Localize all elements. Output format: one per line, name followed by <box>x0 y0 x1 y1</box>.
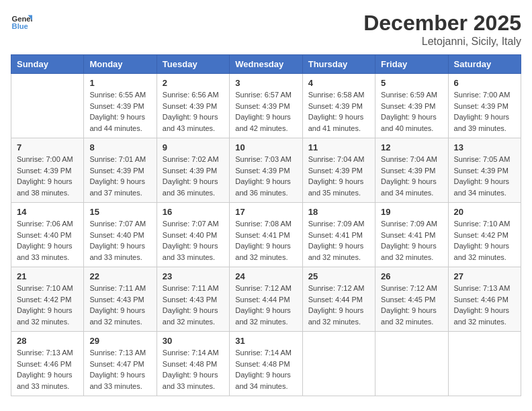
day-number: 2 <box>163 78 224 88</box>
day-info: Sunrise: 6:57 AMSunset: 4:39 PMDaylight:… <box>235 89 296 134</box>
calendar-week-1: 1Sunrise: 6:55 AMSunset: 4:39 PMDaylight… <box>11 74 521 138</box>
calendar-cell: 5Sunrise: 6:59 AMSunset: 4:39 PMDaylight… <box>375 74 448 138</box>
calendar-cell: 20Sunrise: 7:10 AMSunset: 4:42 PMDayligh… <box>448 203 521 267</box>
day-number: 6 <box>454 78 515 88</box>
day-info: Sunrise: 7:11 AMSunset: 4:43 PMDaylight:… <box>89 283 150 327</box>
day-info: Sunrise: 6:59 AMSunset: 4:39 PMDaylight:… <box>381 89 442 134</box>
day-info: Sunrise: 7:07 AMSunset: 4:40 PMDaylight:… <box>89 218 150 263</box>
header-friday: Friday <box>375 55 448 74</box>
calendar-cell: 3Sunrise: 6:57 AMSunset: 4:39 PMDaylight… <box>230 74 302 138</box>
day-info: Sunrise: 7:12 AMSunset: 4:44 PMDaylight:… <box>308 283 369 327</box>
calendar-cell: 30Sunrise: 7:14 AMSunset: 4:48 PMDayligh… <box>157 332 229 396</box>
location: Letojanni, Sicily, Italy <box>363 36 521 48</box>
day-number: 26 <box>381 271 442 281</box>
day-info: Sunrise: 7:10 AMSunset: 4:42 PMDaylight:… <box>454 218 515 263</box>
calendar-cell: 4Sunrise: 6:58 AMSunset: 4:39 PMDaylight… <box>302 74 375 138</box>
calendar-week-3: 14Sunrise: 7:06 AMSunset: 4:40 PMDayligh… <box>11 203 521 267</box>
calendar-table: SundayMondayTuesdayWednesdayThursdayFrid… <box>11 54 521 396</box>
day-info: Sunrise: 7:07 AMSunset: 4:40 PMDaylight:… <box>163 218 224 263</box>
day-info: Sunrise: 7:11 AMSunset: 4:43 PMDaylight:… <box>163 283 224 327</box>
calendar-cell: 22Sunrise: 7:11 AMSunset: 4:43 PMDayligh… <box>84 267 157 332</box>
day-number: 17 <box>235 207 296 217</box>
day-number: 23 <box>163 271 224 281</box>
day-number: 13 <box>454 142 515 152</box>
day-number: 16 <box>163 207 224 217</box>
header-saturday: Saturday <box>448 55 521 74</box>
day-number: 19 <box>381 207 442 217</box>
logo-icon: General Blue <box>11 11 32 32</box>
calendar-cell: 31Sunrise: 7:14 AMSunset: 4:48 PMDayligh… <box>230 332 302 396</box>
day-number: 29 <box>89 336 150 346</box>
svg-text:Blue: Blue <box>12 22 28 30</box>
day-info: Sunrise: 7:13 AMSunset: 4:46 PMDaylight:… <box>454 283 515 327</box>
calendar-cell: 14Sunrise: 7:06 AMSunset: 4:40 PMDayligh… <box>11 203 84 267</box>
calendar-cell: 8Sunrise: 7:01 AMSunset: 4:39 PMDaylight… <box>84 138 157 203</box>
calendar-cell: 16Sunrise: 7:07 AMSunset: 4:40 PMDayligh… <box>157 203 229 267</box>
day-number: 4 <box>308 78 369 88</box>
calendar-cell: 10Sunrise: 7:03 AMSunset: 4:39 PMDayligh… <box>230 138 302 203</box>
day-info: Sunrise: 6:56 AMSunset: 4:39 PMDaylight:… <box>163 89 224 134</box>
day-number: 10 <box>235 142 296 152</box>
day-info: Sunrise: 6:58 AMSunset: 4:39 PMDaylight:… <box>308 89 369 134</box>
day-number: 15 <box>89 207 150 217</box>
month-title: December 2025 <box>363 11 521 36</box>
day-number: 24 <box>235 271 296 281</box>
day-info: Sunrise: 7:13 AMSunset: 4:46 PMDaylight:… <box>17 347 78 392</box>
calendar-cell: 6Sunrise: 7:00 AMSunset: 4:39 PMDaylight… <box>448 74 521 138</box>
day-number: 25 <box>308 271 369 281</box>
calendar-cell: 2Sunrise: 6:56 AMSunset: 4:39 PMDaylight… <box>157 74 229 138</box>
day-info: Sunrise: 7:13 AMSunset: 4:47 PMDaylight:… <box>89 347 150 392</box>
day-info: Sunrise: 7:04 AMSunset: 4:39 PMDaylight:… <box>308 154 369 198</box>
day-number: 27 <box>454 271 515 281</box>
day-number: 20 <box>454 207 515 217</box>
day-number: 30 <box>163 336 224 346</box>
day-info: Sunrise: 7:14 AMSunset: 4:48 PMDaylight:… <box>163 347 224 392</box>
calendar-cell: 18Sunrise: 7:09 AMSunset: 4:41 PMDayligh… <box>302 203 375 267</box>
day-number: 28 <box>17 336 78 346</box>
header-monday: Monday <box>84 55 157 74</box>
day-info: Sunrise: 6:55 AMSunset: 4:39 PMDaylight:… <box>89 89 150 134</box>
page-header: General Blue December 2025 Letojanni, Si… <box>11 11 521 48</box>
calendar-cell: 15Sunrise: 7:07 AMSunset: 4:40 PMDayligh… <box>84 203 157 267</box>
day-number: 9 <box>163 142 224 152</box>
day-info: Sunrise: 7:02 AMSunset: 4:39 PMDaylight:… <box>163 154 224 198</box>
calendar-cell: 19Sunrise: 7:09 AMSunset: 4:41 PMDayligh… <box>375 203 448 267</box>
day-number: 7 <box>17 142 78 152</box>
calendar-cell: 1Sunrise: 6:55 AMSunset: 4:39 PMDaylight… <box>84 74 157 138</box>
day-info: Sunrise: 7:08 AMSunset: 4:41 PMDaylight:… <box>235 218 296 263</box>
header-thursday: Thursday <box>302 55 375 74</box>
day-number: 22 <box>89 271 150 281</box>
calendar-cell: 27Sunrise: 7:13 AMSunset: 4:46 PMDayligh… <box>448 267 521 332</box>
calendar-cell: 9Sunrise: 7:02 AMSunset: 4:39 PMDaylight… <box>157 138 229 203</box>
day-number: 12 <box>381 142 442 152</box>
day-info: Sunrise: 7:12 AMSunset: 4:45 PMDaylight:… <box>381 283 442 327</box>
day-number: 5 <box>381 78 442 88</box>
day-info: Sunrise: 7:00 AMSunset: 4:39 PMDaylight:… <box>454 89 515 134</box>
calendar-cell: 24Sunrise: 7:12 AMSunset: 4:44 PMDayligh… <box>230 267 302 332</box>
day-number: 11 <box>308 142 369 152</box>
day-number: 3 <box>235 78 296 88</box>
calendar-week-5: 28Sunrise: 7:13 AMSunset: 4:46 PMDayligh… <box>11 332 521 396</box>
day-info: Sunrise: 7:10 AMSunset: 4:42 PMDaylight:… <box>17 283 78 327</box>
calendar-cell: 21Sunrise: 7:10 AMSunset: 4:42 PMDayligh… <box>11 267 84 332</box>
day-info: Sunrise: 7:01 AMSunset: 4:39 PMDaylight:… <box>89 154 150 198</box>
calendar-cell <box>302 332 375 396</box>
calendar-cell: 13Sunrise: 7:05 AMSunset: 4:39 PMDayligh… <box>448 138 521 203</box>
day-info: Sunrise: 7:04 AMSunset: 4:39 PMDaylight:… <box>381 154 442 198</box>
calendar-cell: 7Sunrise: 7:00 AMSunset: 4:39 PMDaylight… <box>11 138 84 203</box>
calendar-cell: 12Sunrise: 7:04 AMSunset: 4:39 PMDayligh… <box>375 138 448 203</box>
day-number: 31 <box>235 336 296 346</box>
day-number: 8 <box>89 142 150 152</box>
day-info: Sunrise: 7:06 AMSunset: 4:40 PMDaylight:… <box>17 218 78 263</box>
calendar-cell: 17Sunrise: 7:08 AMSunset: 4:41 PMDayligh… <box>230 203 302 267</box>
calendar-header-row: SundayMondayTuesdayWednesdayThursdayFrid… <box>11 55 521 74</box>
calendar-cell: 25Sunrise: 7:12 AMSunset: 4:44 PMDayligh… <box>302 267 375 332</box>
calendar-cell <box>11 74 84 138</box>
day-number: 1 <box>89 78 150 88</box>
day-info: Sunrise: 7:05 AMSunset: 4:39 PMDaylight:… <box>454 154 515 198</box>
header-sunday: Sunday <box>11 55 84 74</box>
calendar-week-2: 7Sunrise: 7:00 AMSunset: 4:39 PMDaylight… <box>11 138 521 203</box>
day-number: 14 <box>17 207 78 217</box>
calendar-cell <box>448 332 521 396</box>
day-info: Sunrise: 7:09 AMSunset: 4:41 PMDaylight:… <box>381 218 442 263</box>
